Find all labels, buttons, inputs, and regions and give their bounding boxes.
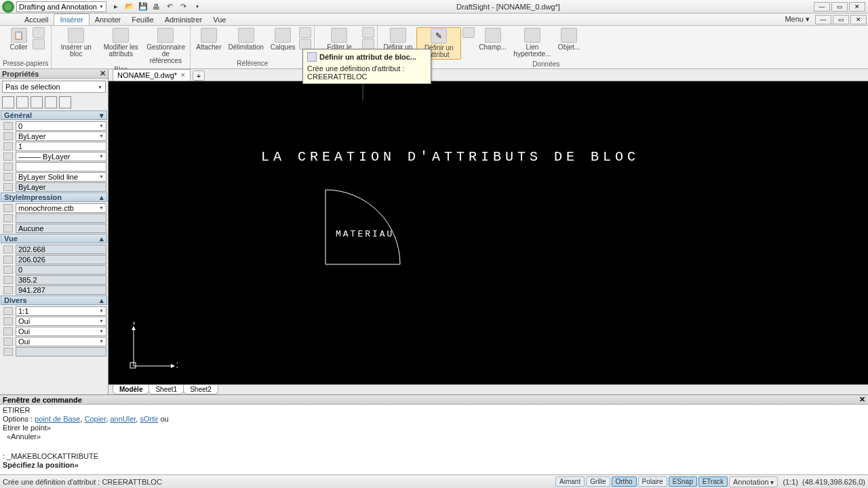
property-value[interactable]: ——— ByLayer▼ [16,152,106,161]
menu-annoter[interactable]: Annoter [90,14,127,25]
property-row[interactable]: Aucune [1,223,107,233]
property-value[interactable]: Oui▼ [16,327,106,336]
clip-button[interactable]: Délimitation [226,27,267,52]
new-icon[interactable]: ▸ [111,1,121,12]
doc-close-button[interactable]: ✕ [850,15,867,24]
section-vue[interactable]: Vue▴ [1,234,107,243]
cut-icon[interactable] [33,27,45,38]
property-value[interactable]: Aucune [16,224,106,233]
prop-tool-1[interactable] [2,96,14,108]
property-row[interactable] [1,213,107,223]
property-value[interactable]: 0▼ [16,121,106,131]
copy-icon[interactable] [33,39,45,49]
define-button[interactable]: Définir un [380,27,415,52]
section-divers[interactable]: Divers▴ [1,296,107,305]
menu-inserer[interactable]: Insérer [54,14,89,25]
property-value[interactable]: 941.287 [16,285,106,295]
attach-button[interactable]: Attacher [193,27,224,52]
property-row[interactable]: 0▼ [1,121,107,131]
hyperlink-button[interactable]: Lien hypertexte... [511,27,554,58]
qat-more-icon[interactable]: ▾ [192,1,203,12]
property-value[interactable]: ByLayer [16,182,106,192]
sheet-tab-2[interactable]: Sheet2 [183,385,218,394]
cmd-close-icon[interactable]: ✕ [859,395,865,404]
annotation-combo[interactable]: Annotation ▾ [729,476,778,487]
property-value[interactable]: 0 [16,265,106,274]
property-row[interactable]: monochrome.ctb▼ [1,203,107,213]
sheet-tab-model[interactable]: Modèle [113,385,149,394]
property-value[interactable]: 1 [16,142,106,151]
doc-minimize-button[interactable]: — [815,15,831,24]
comp-sm1-icon[interactable] [362,27,374,38]
property-value[interactable] [16,214,106,223]
property-row[interactable]: 385.2 [1,274,107,285]
property-row[interactable]: 1:1▼ [1,306,107,316]
section-style[interactable]: StyleImpression▴ [1,192,107,202]
status-toggle-aimant[interactable]: Aimant [555,476,585,487]
status-toggle-ortho[interactable]: Ortho [612,476,637,487]
maximize-button[interactable]: ▭ [831,2,848,12]
prop-tool-4[interactable] [45,96,57,108]
comp-sm2-icon[interactable] [362,39,374,49]
paste-button[interactable]: 📋Coller [7,27,31,52]
property-row[interactable]: ByLayer [1,182,107,192]
panel-close-icon[interactable]: ✕ [100,69,106,78]
document-tab[interactable]: NONAME_0.dwg*✕ [113,69,191,81]
ref-pdf-icon[interactable] [299,27,311,38]
section-general[interactable]: Général▾ [1,110,107,120]
prop-tool-5[interactable] [59,96,71,108]
tab-close-icon[interactable]: ✕ [180,72,186,79]
property-value[interactable] [16,347,106,357]
property-row[interactable]: 202.668 [1,244,107,254]
property-row[interactable]: Oui▼ [1,316,107,326]
property-row[interactable]: 206.026 [1,254,107,264]
menu-feuille[interactable]: Feuille [126,14,159,25]
doc-maximize-button[interactable]: ▭ [833,15,849,24]
blk-sm-icon[interactable] [462,27,475,38]
command-history[interactable]: ETIRER Options : point de Base, Copier, … [0,405,868,474]
property-value[interactable]: ByLayer▼ [16,131,106,141]
open-icon[interactable]: 📂 [124,1,135,12]
property-value[interactable]: monochrome.ctb▼ [16,203,106,213]
prop-tool-3[interactable] [31,96,43,108]
property-value[interactable]: 385.2 [16,275,106,285]
property-value[interactable]: ByLayer Solid line▼ [16,172,106,182]
add-tab-button[interactable]: + [193,70,205,81]
status-toggle-polaire[interactable]: Polaire [638,476,667,487]
close-button[interactable]: ✕ [849,2,865,12]
property-row[interactable]: ——— ByLayer▼ [1,151,107,161]
print-icon[interactable]: 🖶 [151,1,162,12]
status-toggle-etrack[interactable]: ETrack [698,476,728,487]
workspace-combo[interactable]: Drafting and Annotation ▼ [16,1,106,12]
drawing-canvas[interactable]: LA CREATION D'ATTRIBUTS DE BLOC MATERIAU… [108,81,868,384]
property-row[interactable]: ByLayer Solid line▼ [1,171,107,182]
redo-icon[interactable]: ↷ [178,1,189,12]
menu-administrer[interactable]: Administrer [159,14,208,25]
property-row[interactable]: ByLayer▼ [1,131,107,141]
selection-combo[interactable]: Pas de sélection▼ [2,81,106,93]
status-toggle-esnap[interactable]: ESnap [669,476,697,487]
property-row[interactable]: 941.287 [1,285,107,295]
property-row[interactable] [1,346,107,357]
property-value[interactable]: 202.668 [16,245,106,254]
menu-right[interactable]: Menu ▾ [779,14,815,25]
ref-more-icon[interactable] [299,39,311,49]
property-row[interactable]: 0 [1,264,107,274]
property-value[interactable]: 1:1▼ [16,306,106,316]
layers-button[interactable]: Calques [268,27,298,52]
menu-vue[interactable]: Vue [208,14,231,25]
property-row[interactable]: Oui▼ [1,326,107,336]
property-row[interactable] [1,161,107,171]
sheet-tab-1[interactable]: Sheet1 [149,385,184,394]
menu-accueil[interactable]: Accueil [19,14,54,25]
insert-block-button[interactable]: Insérer un bloc [54,27,98,58]
property-value[interactable]: Oui▼ [16,317,106,326]
prop-tool-2[interactable] [16,96,28,108]
status-toggle-grille[interactable]: Grille [586,476,610,487]
field-button[interactable]: Champ... [476,27,509,52]
property-row[interactable]: 1 [1,141,107,151]
property-value[interactable] [16,162,106,171]
property-row[interactable]: Oui▼ [1,336,107,346]
object-button[interactable]: Objet... [555,27,583,52]
property-value[interactable]: Oui▼ [16,337,106,346]
